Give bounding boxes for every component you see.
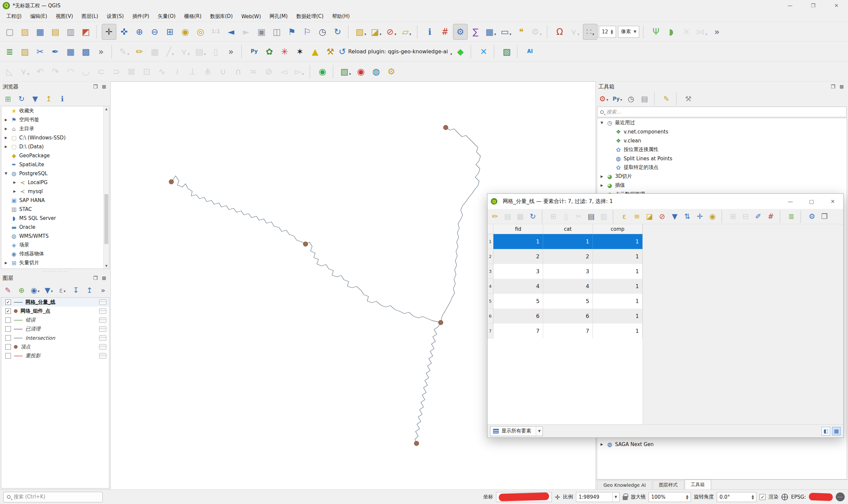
snapping-options[interactable]: ∷▾ xyxy=(583,24,598,40)
menu-item[interactable]: 矢量(O) xyxy=(153,11,180,21)
field-calculator[interactable]: # xyxy=(438,24,452,40)
zoom-in[interactable]: ⊕ xyxy=(132,24,147,40)
memory-layer-indicator[interactable] xyxy=(99,344,106,350)
reload-plugin-button[interactable]: ↺Reload plugin: qgis-geo-knowledge-ai▾ xyxy=(338,44,452,60)
plugin-ai-circle[interactable]: AI xyxy=(523,44,537,60)
filter-by-expression[interactable]: ε▾ xyxy=(56,284,69,297)
table-cell[interactable]: 1 xyxy=(593,249,643,264)
row-number[interactable]: 4 xyxy=(487,279,494,294)
options-wrench[interactable]: ⚒ xyxy=(682,93,695,105)
new-project[interactable]: ▢ xyxy=(2,24,17,40)
table-row[interactable]: 1111 xyxy=(487,234,643,249)
save-project[interactable]: ▦ xyxy=(33,24,47,40)
invert-selection[interactable]: ◪ xyxy=(643,210,656,223)
table-cell[interactable]: 1 xyxy=(593,324,643,338)
coordinate-field[interactable] xyxy=(496,492,552,502)
deselect-all[interactable]: ⊘ xyxy=(656,210,668,223)
new-3d-map-view[interactable]: ◫ xyxy=(270,24,284,40)
tab-geo-knowledge-ai[interactable]: Geo Knowledge AI xyxy=(597,481,652,489)
add-group[interactable]: ⊕ xyxy=(15,284,28,297)
browser-item[interactable]: ◗MS SQL Server xyxy=(1,214,109,222)
new-map-view[interactable]: ▣ xyxy=(254,24,269,40)
edit-features-in-place[interactable]: ✎ xyxy=(660,93,673,105)
table-cell[interactable]: 5 xyxy=(494,294,543,309)
pan-to-selected[interactable]: ✛ xyxy=(694,210,706,223)
toolbox-item[interactable]: ✿提取特定的顶点 xyxy=(597,163,847,172)
table-cell[interactable]: 2 xyxy=(494,249,543,264)
manage-map-themes[interactable]: ◉▾ xyxy=(29,284,41,297)
new-vector-layer[interactable]: ▨ xyxy=(18,44,32,60)
layer-row[interactable]: 已清理 xyxy=(1,325,109,334)
browser-close-button[interactable]: ⊠ xyxy=(100,83,108,90)
expander-icon[interactable]: ▶ xyxy=(599,443,604,446)
browser-item[interactable]: ▶▢D:\ (Data) xyxy=(1,142,109,151)
zoom-last[interactable]: ◄ xyxy=(224,24,238,40)
style-manager[interactable]: ◩ xyxy=(79,24,93,40)
open-attribute-table[interactable]: ▦▾ xyxy=(484,24,498,40)
expander-icon[interactable]: ▶ xyxy=(3,136,8,139)
toolbar-overflow[interactable]: » xyxy=(224,44,238,60)
zoom-out[interactable]: ⊖ xyxy=(148,24,162,40)
temporal-controller[interactable]: ◷ xyxy=(315,24,330,40)
new-geopackage-layer[interactable]: ▦ xyxy=(63,44,78,60)
expander-icon[interactable]: ▶ xyxy=(3,145,8,148)
table-row[interactable]: 4441 xyxy=(487,279,643,294)
browser-scrollbar[interactable]: ▲▼ xyxy=(103,106,109,269)
memory-layer-indicator[interactable] xyxy=(99,317,106,323)
table-row[interactable]: 2221 xyxy=(487,249,643,264)
plugin-gis-ai-book[interactable]: ▧ xyxy=(499,44,514,60)
layer-checkbox[interactable]: ✓ xyxy=(5,299,11,305)
expander-icon[interactable]: ▶ xyxy=(599,175,604,178)
spinner-arrows-icon[interactable]: ▲▼ xyxy=(686,494,688,500)
new-shapefile-layer[interactable]: ✂ xyxy=(33,44,47,60)
reload-table[interactable]: ↻ xyxy=(527,210,539,223)
browser-item[interactable]: ▼◍PostgreSQL xyxy=(1,169,109,178)
menu-item[interactable]: 栅格(R) xyxy=(180,11,206,21)
collapse-all-layers[interactable]: ↥ xyxy=(83,284,96,297)
plugin-polygon-sun[interactable]: ◆ xyxy=(453,44,468,60)
table-cell[interactable]: 1 xyxy=(593,279,643,294)
conditional-formatting[interactable]: # xyxy=(765,210,777,223)
expander-icon[interactable]: ▶ xyxy=(12,190,17,193)
plugin-leaf[interactable]: ✿ xyxy=(262,44,277,60)
filter-legend[interactable]: ▼▾ xyxy=(42,284,55,297)
expander-icon[interactable]: ▼ xyxy=(599,121,604,125)
memory-layer-indicator[interactable] xyxy=(99,299,106,305)
menu-item[interactable]: 网孔(M) xyxy=(265,11,292,21)
zoom-to-selected[interactable]: ◉ xyxy=(707,210,719,223)
menu-item[interactable]: 工程(J) xyxy=(2,11,26,21)
geolocate[interactable]: ◉ xyxy=(353,64,368,79)
table-row[interactable]: 3331 xyxy=(487,264,643,279)
toolbox-item[interactable]: ❖v.clean xyxy=(597,136,847,145)
quick-map-services[interactable]: ▧▾ xyxy=(338,64,353,79)
new-spatialite-layer[interactable]: ✒ xyxy=(48,44,63,60)
browser-item[interactable]: ◍WMS/WMTS xyxy=(1,232,109,240)
layer-row[interactable]: ✓网络_组件_点 xyxy=(1,307,109,316)
minimize-button[interactable]: — xyxy=(778,0,802,11)
table-cell[interactable]: 4 xyxy=(494,279,543,294)
zoom-full[interactable]: ⊞ xyxy=(163,24,177,40)
table-cell[interactable]: 1 xyxy=(494,234,543,249)
layers-float-button[interactable]: ❐ xyxy=(92,274,99,282)
table-cell[interactable]: 7 xyxy=(543,324,593,338)
layer-checkbox[interactable]: ✓ xyxy=(5,308,11,314)
row-number[interactable]: 5 xyxy=(487,294,494,309)
memory-layer-indicator[interactable] xyxy=(99,353,106,359)
table-cell[interactable]: 6 xyxy=(543,309,593,324)
snapping-unit[interactable]: 像素▼ xyxy=(618,26,639,38)
table-cell[interactable]: 7 xyxy=(494,324,543,338)
processing-toolbox[interactable]: ⚙ xyxy=(453,24,468,40)
enable-snapping[interactable]: Ω xyxy=(552,24,567,40)
browser-item[interactable]: ▶≺mysql xyxy=(1,187,109,196)
table-cell[interactable]: 3 xyxy=(494,264,543,279)
tab-图层样式[interactable]: 图层样式 xyxy=(653,481,684,489)
layout-manager[interactable]: ▥ xyxy=(63,24,78,40)
toolbox-float-button[interactable]: ❐ xyxy=(829,83,837,90)
enable-tracing[interactable]: Ψ xyxy=(648,24,663,40)
history[interactable]: ◷ xyxy=(625,93,637,105)
python-console[interactable]: Py xyxy=(247,44,261,60)
table-cell[interactable]: 1 xyxy=(543,234,593,249)
layer-row[interactable]: 重投影 xyxy=(1,352,109,360)
magnifier-spinbox[interactable]: 100% ▲▼ xyxy=(648,492,691,502)
pan-to-selection[interactable]: ✜ xyxy=(117,24,132,40)
